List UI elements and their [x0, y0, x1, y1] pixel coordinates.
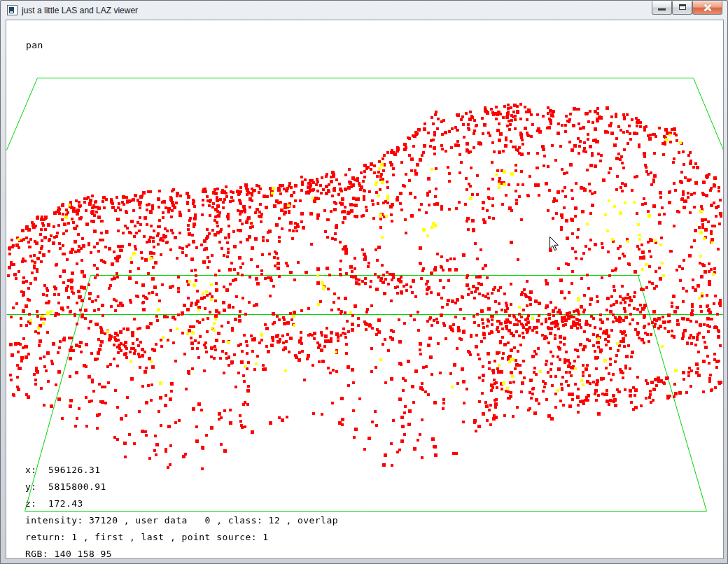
app-icon-pane-light: [10, 11, 13, 14]
maximize-button[interactable]: [672, 1, 692, 15]
readout-intensity: intensity: 37120 , user data 0 , class: …: [25, 516, 338, 526]
close-icon: [693, 1, 722, 14]
maximize-icon: [679, 4, 686, 10]
readout-rgb: RGB: 140 158 95: [25, 549, 112, 559]
window-title: just a little LAS and LAZ viewer: [22, 6, 138, 15]
minimize-button[interactable]: [652, 1, 672, 15]
readout-z: z: 172.43: [25, 499, 83, 509]
minimize-icon: [658, 8, 666, 10]
mode-indicator: pan: [26, 41, 43, 50]
title-bar[interactable]: just a little LAS and LAZ viewer: [1, 1, 727, 20]
app-window: just a little LAS and LAZ viewer pan x: …: [0, 0, 728, 564]
readout-return: return: 1 , first , last , point source:…: [25, 533, 269, 542]
readout-y: y: 5815800.91: [25, 482, 106, 492]
readout-x: x: 596126.31: [25, 465, 101, 475]
viewer-viewport[interactable]: pan x: 596126.31 y: 5815800.91 z: 172.43…: [6, 20, 723, 558]
app-icon[interactable]: [7, 5, 18, 15]
mouse-cursor: [550, 237, 559, 251]
close-button[interactable]: [692, 1, 722, 15]
point-cloud-canvas[interactable]: [6, 20, 723, 558]
